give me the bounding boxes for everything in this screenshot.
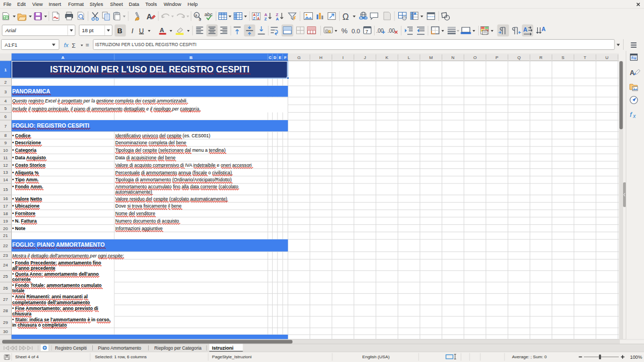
- svg-text:R: R: [539, 55, 543, 60]
- svg-text:17: 17: [3, 204, 8, 209]
- svg-text:• Stato: indica se l'ammortame: • Stato: indica se l'ammortamento è in c…: [12, 317, 111, 322]
- svg-text:Tipologia di ammortamento (Ord: Tipologia di ammortamento (Ordinario/Ant…: [115, 177, 232, 182]
- svg-text:12: 12: [3, 163, 8, 168]
- svg-text:PageStyle_Istruzioni: PageStyle_Istruzioni: [212, 354, 252, 359]
- svg-text:Window: Window: [164, 2, 181, 7]
- svg-text:7: 7: [4, 124, 7, 129]
- svg-text:L: L: [408, 55, 411, 60]
- svg-text:27: 27: [3, 297, 8, 302]
- svg-text:U: U: [605, 55, 609, 60]
- svg-text:Z: Z: [265, 17, 267, 21]
- svg-text:2: 2: [4, 80, 7, 85]
- svg-text:chiusura: chiusura: [12, 311, 32, 316]
- svg-text:Identificativo univoco del ces: Identificativo univoco del cespite (es. …: [115, 133, 210, 138]
- svg-text:16: 16: [3, 196, 8, 201]
- svg-text:10: 10: [3, 148, 8, 153]
- svg-text:Styles: Styles: [90, 2, 103, 7]
- svg-text:ISTRUZIONI PER L'USO DEL REGIS: ISTRUZIONI PER L'USO DEL REGISTRO CESPIT…: [95, 42, 196, 47]
- svg-text:a: a: [195, 13, 197, 17]
- svg-text:G: G: [297, 55, 301, 60]
- svg-text:A: A: [257, 17, 260, 20]
- svg-text:18: 18: [3, 211, 8, 216]
- svg-text:A: A: [523, 26, 528, 33]
- svg-text:A: A: [276, 17, 279, 21]
- svg-text:in chiusura o completato: in chiusura o completato: [12, 322, 67, 328]
- svg-text:0.0: 0.0: [352, 28, 360, 34]
- svg-text:.00: .00: [387, 28, 395, 34]
- svg-text:23: 23: [3, 253, 8, 258]
- svg-text:24: 24: [3, 263, 8, 268]
- svg-text:Data: Data: [129, 2, 140, 7]
- svg-text:Questo registro Excel è proget: Questo registro Excel è progettato per l…: [12, 98, 188, 104]
- svg-text:I: I: [342, 55, 343, 60]
- svg-text:C: C: [269, 56, 272, 60]
- svg-text:• Costo Storico: • Costo Storico: [12, 162, 46, 168]
- svg-text:9: 9: [4, 141, 7, 145]
- svg-text:I: I: [131, 27, 134, 35]
- svg-text:English (USA): English (USA): [362, 354, 390, 359]
- svg-text:O: O: [473, 55, 477, 60]
- svg-text:S: S: [561, 55, 564, 60]
- svg-text:P: P: [495, 55, 498, 60]
- svg-text:28: 28: [3, 308, 8, 313]
- svg-text:Σ: Σ: [72, 42, 76, 49]
- svg-text:13: 13: [3, 170, 8, 175]
- svg-text:Q: Q: [517, 55, 521, 60]
- svg-text:Riepilogo per Categoria: Riepilogo per Categoria: [155, 345, 202, 351]
- svg-text:Mostra il dettaglio dell'ammor: Mostra il dettaglio dell'ammortamento pe…: [12, 253, 125, 258]
- svg-text:Nome del venditore: Nome del venditore: [115, 211, 156, 216]
- svg-text:20: 20: [3, 226, 8, 231]
- svg-text:11: 11: [3, 156, 8, 160]
- svg-text:Selected: 1 row, 6 columns: Selected: 1 row, 6 columns: [95, 354, 147, 359]
- svg-text:• Fondo Amm.: • Fondo Amm.: [12, 184, 43, 189]
- svg-text:• Valore Netto: • Valore Netto: [12, 196, 42, 202]
- svg-text:abc: abc: [204, 11, 213, 17]
- svg-text:B: B: [118, 27, 122, 35]
- svg-text:A: A: [630, 69, 635, 77]
- svg-text:15: 15: [3, 187, 8, 192]
- svg-text:Include il registro principale: Include il registro principale, il piano…: [12, 106, 201, 112]
- svg-text:Data di acquisizione del bene: Data di acquisizione del bene: [115, 155, 175, 160]
- svg-text:Dove si trova fisicamente il b: Dove si trova fisicamente il bene: [115, 203, 182, 209]
- svg-text:• Descrizione: • Descrizione: [12, 140, 41, 145]
- svg-text:ISTRUZIONI PER L'USO DEL REGIS: ISTRUZIONI PER L'USO DEL REGISTRO CESPIT…: [50, 65, 250, 74]
- svg-text:✱: ✱: [414, 12, 417, 16]
- svg-text:21: 21: [3, 233, 8, 238]
- svg-text:• Ubicazione: • Ubicazione: [12, 203, 40, 209]
- svg-text:• Codice: • Codice: [12, 133, 31, 138]
- svg-text:• Anni Rimanenti: anni mancant: • Anni Rimanenti: anni mancanti al: [12, 294, 88, 299]
- svg-text:26: 26: [3, 286, 8, 291]
- svg-text:18 pt: 18 pt: [82, 27, 94, 33]
- svg-text:5: 5: [4, 106, 7, 111]
- svg-text:Registro Cespiti: Registro Cespiti: [55, 345, 87, 351]
- svg-text:automaticamente): automaticamente): [115, 189, 152, 195]
- svg-text:100%: 100%: [630, 354, 642, 360]
- svg-text:T: T: [584, 55, 587, 60]
- svg-text:Percentuale di ammortamento an: Percentuale di ammortamento annua (fisca…: [115, 170, 232, 175]
- svg-text:8: 8: [4, 133, 7, 138]
- svg-text:K: K: [385, 55, 389, 60]
- svg-text:Informazioni aggiuntive: Informazioni aggiuntive: [115, 226, 163, 231]
- svg-text:• Note: • Note: [12, 226, 26, 231]
- svg-text:View: View: [32, 2, 43, 7]
- svg-text:Piano Ammortamento: Piano Ammortamento: [98, 345, 142, 351]
- svg-text:29: 29: [3, 320, 8, 325]
- svg-text:19: 19: [3, 219, 8, 224]
- svg-text:Valore residuo del cespite (ca: Valore residuo del cespite (calcolato au…: [115, 196, 228, 202]
- svg-text:A1:F1: A1:F1: [5, 42, 18, 48]
- svg-text:N: N: [451, 55, 455, 60]
- svg-text:Ω: Ω: [342, 12, 349, 21]
- svg-text:Sheet 4 of 4: Sheet 4 of 4: [15, 354, 39, 359]
- svg-text:Arial: Arial: [5, 27, 16, 33]
- svg-text:FOGLIO: PIANO AMMORTAMENTO: FOGLIO: PIANO AMMORTAMENTO: [12, 242, 105, 248]
- svg-text:D: D: [274, 56, 276, 60]
- svg-text:totale: totale: [12, 288, 25, 293]
- svg-text:• N. Fattura: • N. Fattura: [12, 218, 37, 224]
- svg-text:• Quota Anno: ammortamento del: • Quota Anno: ammortamento dell'anno: [12, 271, 99, 277]
- svg-text:Tipologia del cespite (selezio: Tipologia del cespite (selezionare dal m…: [115, 147, 226, 153]
- svg-text:all'anno precedente: all'anno precedente: [12, 265, 56, 271]
- svg-text:.00: .00: [376, 28, 384, 34]
- svg-text:A: A: [160, 27, 164, 33]
- svg-text:Edit: Edit: [17, 2, 26, 7]
- svg-text:Insert: Insert: [49, 2, 61, 7]
